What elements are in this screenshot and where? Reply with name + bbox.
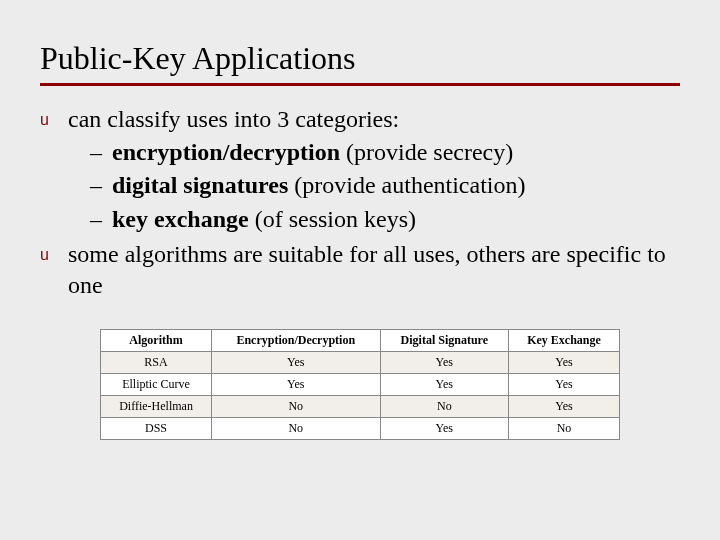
- table-row: DSS No Yes No: [101, 418, 620, 440]
- sub-item-3: – key exchange (of session keys): [90, 204, 680, 235]
- sub-item-2: – digital signatures (provide authentica…: [90, 170, 680, 201]
- cell: No: [212, 418, 381, 440]
- sub-text-rest: (of session keys): [249, 206, 416, 232]
- col-header: Key Exchange: [509, 330, 620, 352]
- bullet-icon: u: [40, 239, 68, 301]
- cell: DSS: [101, 418, 212, 440]
- col-header: Encryption/Decryption: [212, 330, 381, 352]
- cell: Yes: [380, 418, 509, 440]
- cell: Diffie-Hellman: [101, 396, 212, 418]
- sub-text-bold: encryption/decryption: [112, 139, 340, 165]
- sub-text: key exchange (of session keys): [112, 204, 680, 235]
- col-header: Algorithm: [101, 330, 212, 352]
- col-header: Digital Signature: [380, 330, 509, 352]
- sub-text: encryption/decryption (provide secrecy): [112, 137, 680, 168]
- cell: No: [212, 396, 381, 418]
- slide: Public-Key Applications u can classify u…: [0, 0, 720, 540]
- cell: Yes: [509, 352, 620, 374]
- cell: RSA: [101, 352, 212, 374]
- sub-text-rest: (provide secrecy): [340, 139, 513, 165]
- bullet-icon: u: [40, 104, 68, 135]
- sub-text-rest: (provide authentication): [288, 172, 525, 198]
- bullet-text: some algorithms are suitable for all use…: [68, 239, 680, 301]
- cell: No: [380, 396, 509, 418]
- bullet-text: can classify uses into 3 categories:: [68, 104, 680, 135]
- cell: Yes: [380, 374, 509, 396]
- sub-text: digital signatures (provide authenticati…: [112, 170, 680, 201]
- cell: Elliptic Curve: [101, 374, 212, 396]
- slide-title: Public-Key Applications: [40, 40, 680, 77]
- dash-icon: –: [90, 204, 112, 235]
- sub-text-bold: key exchange: [112, 206, 249, 232]
- table-head: Algorithm Encryption/Decryption Digital …: [101, 330, 620, 352]
- bullet-item-2: u some algorithms are suitable for all u…: [40, 239, 680, 301]
- cell: Yes: [509, 374, 620, 396]
- table-header-row: Algorithm Encryption/Decryption Digital …: [101, 330, 620, 352]
- slide-body: u can classify uses into 3 categories: –…: [40, 104, 680, 301]
- title-underline: [40, 83, 680, 86]
- table-row: Diffie-Hellman No No Yes: [101, 396, 620, 418]
- cell: Yes: [380, 352, 509, 374]
- cell: No: [509, 418, 620, 440]
- cell: Yes: [509, 396, 620, 418]
- table-row: Elliptic Curve Yes Yes Yes: [101, 374, 620, 396]
- sub-item-1: – encryption/decryption (provide secrecy…: [90, 137, 680, 168]
- algorithm-table: Algorithm Encryption/Decryption Digital …: [100, 329, 620, 440]
- dash-icon: –: [90, 170, 112, 201]
- cell: Yes: [212, 374, 381, 396]
- sub-text-bold: digital signatures: [112, 172, 288, 198]
- dash-icon: –: [90, 137, 112, 168]
- cell: Yes: [212, 352, 381, 374]
- table-row: RSA Yes Yes Yes: [101, 352, 620, 374]
- table-body: RSA Yes Yes Yes Elliptic Curve Yes Yes Y…: [101, 352, 620, 440]
- algorithm-table-wrap: Algorithm Encryption/Decryption Digital …: [100, 329, 620, 440]
- bullet-item-1: u can classify uses into 3 categories:: [40, 104, 680, 135]
